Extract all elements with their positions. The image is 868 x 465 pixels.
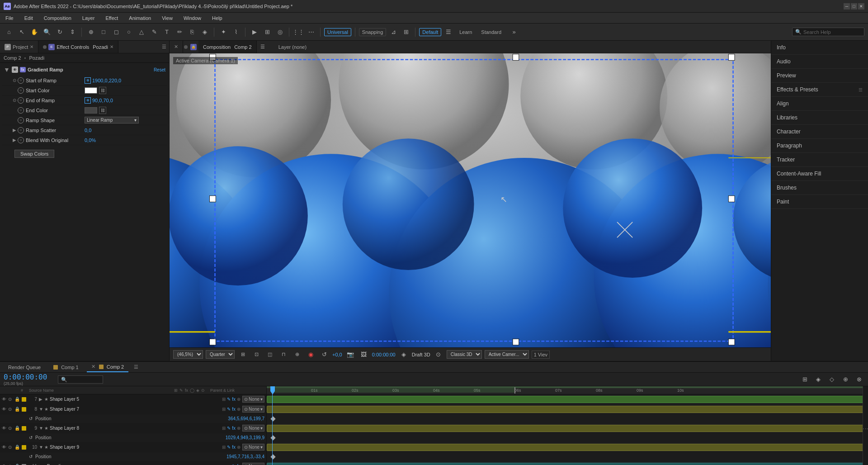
layer7-vis[interactable]: 👁 bbox=[2, 397, 8, 402]
project-tab[interactable]: P Project ✕ bbox=[0, 41, 38, 53]
menu-edit[interactable]: Edit bbox=[23, 14, 35, 22]
projection-select[interactable]: Classic 3D bbox=[447, 350, 482, 359]
window-controls[interactable]: ─ □ ✕ bbox=[844, 3, 864, 9]
layer8-pos-value[interactable]: 364,5,694,6,199,7 bbox=[228, 416, 264, 421]
align-tool[interactable]: ⋮⋮ bbox=[293, 27, 304, 38]
right-info[interactable]: Info bbox=[771, 41, 868, 55]
viewer-close-btn[interactable]: ✕ bbox=[170, 41, 183, 53]
current-time[interactable]: 0:00:00:00 bbox=[4, 373, 47, 381]
viewer-content[interactable]: Active Camera (Camera 1) ↖ bbox=[170, 53, 771, 347]
layer8-lock[interactable]: 🔒 bbox=[14, 407, 21, 412]
swap-colors-button[interactable]: Swap Colors bbox=[14, 150, 54, 158]
end-color-swatch[interactable] bbox=[85, 107, 97, 114]
tl-keyframe-btn[interactable]: ◇ bbox=[826, 374, 837, 385]
current-time-display[interactable]: 0:00:00:00 bbox=[372, 352, 396, 357]
effect-controls-tab[interactable]: E Effect Controls Pozadi ✕ bbox=[38, 41, 118, 53]
layer9-parent-select[interactable]: ⊙None▾ bbox=[242, 425, 264, 432]
blend-expand[interactable]: ▶ bbox=[13, 138, 16, 142]
select-tool[interactable]: ↖ bbox=[16, 27, 27, 38]
tl-comp-btn[interactable]: ⊞ bbox=[799, 374, 810, 385]
transparency-btn[interactable]: ◫ bbox=[264, 349, 275, 360]
show-snapshot-btn[interactable]: 🖼 bbox=[359, 349, 369, 360]
camera-select[interactable]: Active Camer... bbox=[485, 350, 529, 359]
layer7-expand[interactable]: ▶ bbox=[39, 397, 44, 402]
layer7-lock[interactable]: 🔒 bbox=[14, 397, 21, 402]
puppet-tool[interactable]: ✦ bbox=[218, 27, 229, 38]
start-color-swatch[interactable] bbox=[85, 87, 97, 94]
learn-btn[interactable]: Learn bbox=[456, 28, 476, 36]
end-color-chain[interactable]: ⛓ bbox=[99, 107, 106, 114]
right-paragraph[interactable]: Paragraph bbox=[771, 139, 868, 153]
start-color-chain[interactable]: ⛓ bbox=[99, 87, 106, 94]
stamp-tool[interactable]: ⎘ bbox=[187, 27, 198, 38]
layer9-expand[interactable]: ▼ bbox=[39, 426, 44, 431]
quality-select[interactable]: Quarter bbox=[206, 350, 235, 359]
anchor-tool[interactable]: ⊕ bbox=[85, 27, 96, 38]
pan-tool[interactable]: ⇕ bbox=[67, 27, 78, 38]
layer10-lock[interactable]: 🔒 bbox=[14, 445, 21, 450]
track-11[interactable] bbox=[267, 461, 868, 465]
menu-effect[interactable]: Effect bbox=[104, 14, 120, 22]
comp2-close-icon[interactable]: ✕ bbox=[91, 364, 95, 370]
maximize-button[interactable]: □ bbox=[851, 3, 857, 9]
render-settings-btn[interactable]: ⊙ bbox=[433, 349, 444, 360]
align2-tool[interactable]: ⋯ bbox=[306, 27, 316, 38]
track-10[interactable] bbox=[267, 442, 868, 452]
start-ramp-value[interactable]: 1900,0,220,0 bbox=[92, 78, 165, 83]
menu-help[interactable]: Help bbox=[210, 14, 224, 22]
snapping-toggle[interactable]: Snapping bbox=[359, 28, 387, 36]
layer8-pos-stopwatch[interactable]: ↺ bbox=[29, 416, 35, 421]
sub-track-10-pos[interactable] bbox=[267, 452, 868, 461]
workspace-chevron[interactable]: » bbox=[509, 27, 519, 38]
effect-vis-icon[interactable]: 👁 bbox=[12, 66, 18, 73]
zoom-tool[interactable]: 🔍 bbox=[42, 27, 52, 38]
right-tracker[interactable]: Tracker bbox=[771, 153, 868, 167]
playhead-indicator[interactable] bbox=[270, 386, 275, 394]
grid-btn[interactable]: ⊞ bbox=[237, 349, 248, 360]
layer9-solo[interactable]: ⊙ bbox=[8, 426, 14, 431]
layer8-solo[interactable]: ⊙ bbox=[8, 407, 14, 412]
menu-composition[interactable]: Composition bbox=[42, 14, 73, 22]
sub-track-9-pos[interactable] bbox=[267, 433, 868, 442]
viewer-tab-settings[interactable]: ☰ bbox=[260, 44, 265, 50]
panel-menu-btn[interactable]: ☰ bbox=[159, 44, 169, 50]
rotate-tool[interactable]: ↻ bbox=[54, 27, 65, 38]
default-workspace-btn[interactable]: Default bbox=[419, 28, 441, 36]
timeline-search[interactable] bbox=[58, 375, 103, 384]
end-ramp-pos-icon[interactable]: ⊕ bbox=[85, 97, 91, 104]
track-8[interactable] bbox=[267, 404, 868, 414]
layer8-expand[interactable]: ▼ bbox=[39, 407, 44, 412]
end-ramp-value[interactable]: 90,0,70,0 bbox=[92, 98, 165, 103]
home-button[interactable]: ⌂ bbox=[4, 27, 14, 38]
track-tool[interactable]: ⊞ bbox=[262, 27, 273, 38]
sub-track-8-pos[interactable] bbox=[267, 414, 868, 423]
snapping-opt[interactable]: ⊞ bbox=[401, 27, 411, 38]
timeline-tracks[interactable]: 0 01s 02s 03s 04s 05s 06s 07s 08s 09s 10… bbox=[267, 386, 868, 465]
menu-file[interactable]: File bbox=[4, 14, 15, 22]
close-button[interactable]: ✕ bbox=[858, 3, 864, 9]
layer11-parent-select[interactable]: ⊙None▾ bbox=[242, 463, 264, 465]
timeline-resize-handle[interactable]: ⋮ bbox=[863, 386, 868, 465]
layer-tab[interactable]: Layer (none) bbox=[274, 43, 311, 52]
start-ramp-stopwatch[interactable]: ⊙ bbox=[13, 78, 16, 83]
layer7-parent-select[interactable]: ⊙None▾ bbox=[242, 396, 264, 403]
zoom-select[interactable]: (46,5%) bbox=[173, 350, 203, 359]
universal-label[interactable]: Universal bbox=[324, 28, 351, 36]
tl-motion-btn[interactable]: ⊕ bbox=[840, 374, 851, 385]
viewer-close-icon[interactable]: ✕ bbox=[174, 44, 178, 50]
start-ramp-pos-icon[interactable]: ⊕ bbox=[85, 77, 91, 84]
shape-ellipse-tool[interactable]: ○ bbox=[123, 27, 134, 38]
shape-round-tool[interactable]: ◻ bbox=[111, 27, 122, 38]
effect-controls-tab-close[interactable]: ✕ bbox=[110, 44, 113, 49]
search-box[interactable]: 🔍 Search Help bbox=[792, 28, 864, 36]
right-preview[interactable]: Preview bbox=[771, 69, 868, 83]
snapping-icon[interactable]: ⊿ bbox=[388, 27, 399, 38]
layer10-vis[interactable]: 👁 bbox=[2, 445, 8, 450]
layer10-parent-select[interactable]: ⊙None▾ bbox=[242, 444, 264, 451]
snapshot-btn[interactable]: 📷 bbox=[345, 349, 356, 360]
right-libraries[interactable]: Libraries bbox=[771, 111, 868, 125]
text-tool[interactable]: T bbox=[161, 27, 172, 38]
color-wheel-btn[interactable]: ◉ bbox=[305, 349, 316, 360]
views-select[interactable]: 1 Viev bbox=[532, 351, 550, 359]
comp1-tab[interactable]: Comp 1 bbox=[49, 363, 83, 372]
